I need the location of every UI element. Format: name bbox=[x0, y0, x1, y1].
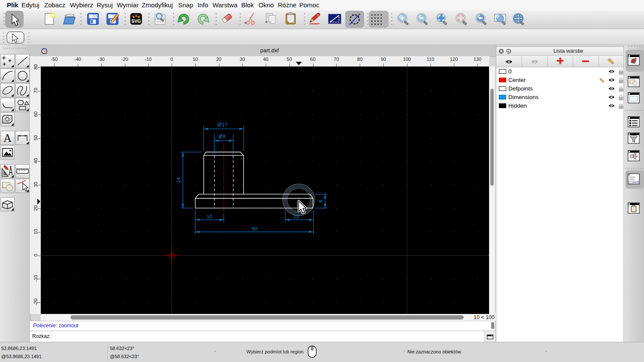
svg-text:8: 8 bbox=[223, 134, 225, 139]
svg-text:c command: c command bbox=[630, 181, 638, 183]
svg-text:17: 17 bbox=[222, 122, 228, 127]
svg-text:A: A bbox=[3, 132, 12, 145]
svg-text:24: 24 bbox=[176, 177, 181, 183]
svg-text:SVG: SVG bbox=[131, 18, 141, 24]
svg-text:+: + bbox=[244, 21, 247, 25]
svg-text:12: 12 bbox=[294, 214, 299, 219]
svg-text:12: 12 bbox=[207, 214, 213, 219]
svg-text:+: + bbox=[265, 20, 268, 25]
svg-text:50: 50 bbox=[252, 226, 258, 231]
svg-text:6: 6 bbox=[318, 200, 323, 202]
